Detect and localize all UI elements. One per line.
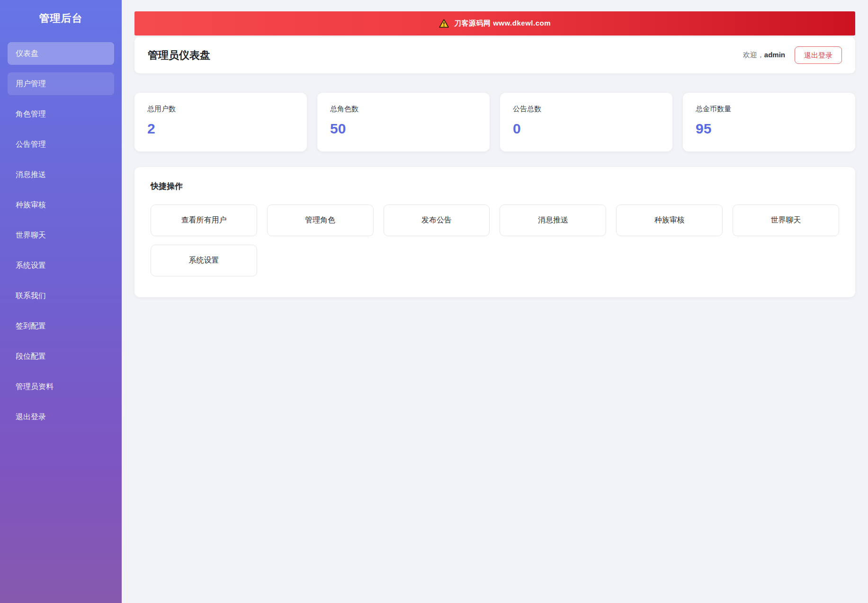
username: admin [764,51,785,59]
quick-action-button[interactable]: 系统设置 [151,245,257,276]
promo-banner: 刀客源码网 www.dkewl.com [134,11,855,35]
sidebar-item[interactable]: 角色管理 [8,103,114,125]
stat-value: 95 [696,121,842,137]
stat-card: 公告总数 0 [500,93,672,151]
banner-text: 刀客源码网 www.dkewl.com [454,19,551,28]
quick-action-button[interactable]: 种族审核 [616,204,723,236]
sidebar-item[interactable]: 消息推送 [8,163,114,186]
stat-value: 0 [513,121,660,137]
sidebar-item[interactable]: 用户管理 [8,72,114,95]
sidebar-menu: 仪表盘用户管理角色管理公告管理消息推送种族审核世界聊天系统设置联系我们签到配置段… [0,42,122,428]
logout-button[interactable]: 退出登录 [795,46,842,64]
stat-card: 总角色数 50 [317,93,490,151]
sidebar: 管理后台 仪表盘用户管理角色管理公告管理消息推送种族审核世界聊天系统设置联系我们… [0,0,122,603]
sidebar-item[interactable]: 联系我们 [8,284,114,307]
quick-action-button[interactable]: 发布公告 [384,204,490,236]
quick-actions-title: 快捷操作 [151,181,839,192]
stat-label: 总用户数 [147,105,294,114]
quick-action-button[interactable]: 消息推送 [500,204,606,236]
stat-label: 总角色数 [330,105,477,114]
main-content: 刀客源码网 www.dkewl.com 管理员仪表盘 欢迎，admin 退出登录… [122,0,868,316]
sidebar-item[interactable]: 仪表盘 [8,42,114,65]
stats-row: 总用户数 2 总角色数 50 公告总数 0 总金币数量 95 [134,93,855,151]
sidebar-item[interactable]: 种族审核 [8,194,114,216]
sidebar-item[interactable]: 段位配置 [8,345,114,368]
quick-actions-card: 快捷操作 查看所有用户管理角色发布公告消息推送种族审核世界聊天系统设置 [134,167,855,297]
quick-action-button[interactable]: 管理角色 [267,204,374,236]
welcome-text: 欢迎，admin [743,51,785,60]
page-header: 管理员仪表盘 欢迎，admin 退出登录 [134,37,855,73]
stat-card: 总金币数量 95 [683,93,855,151]
sidebar-item[interactable]: 公告管理 [8,133,114,156]
stat-label: 总金币数量 [696,105,842,114]
warning-icon [439,19,449,28]
app-title: 管理后台 [0,0,122,42]
stat-value: 50 [330,121,477,137]
stat-value: 2 [147,121,294,137]
header-right: 欢迎，admin 退出登录 [743,46,842,64]
sidebar-item[interactable]: 签到配置 [8,315,114,337]
welcome-prefix: 欢迎， [743,51,764,59]
sidebar-item[interactable]: 管理员资料 [8,375,114,398]
stat-card: 总用户数 2 [134,93,307,151]
page-title: 管理员仪表盘 [148,48,743,62]
quick-action-button[interactable]: 查看所有用户 [151,204,257,236]
quick-actions-grid: 查看所有用户管理角色发布公告消息推送种族审核世界聊天系统设置 [151,204,839,276]
quick-action-button[interactable]: 世界聊天 [733,204,839,236]
sidebar-item[interactable]: 系统设置 [8,254,114,277]
stat-label: 公告总数 [513,105,660,114]
sidebar-item[interactable]: 世界聊天 [8,224,114,247]
sidebar-item[interactable]: 退出登录 [8,406,114,428]
